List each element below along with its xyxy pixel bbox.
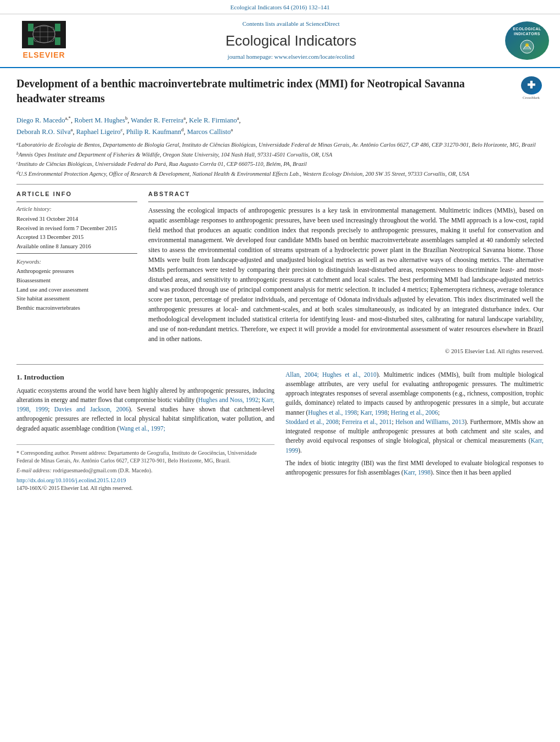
journal-citation: Ecological Indicators 64 (2016) 132–141 [231,4,330,10]
affil-a-text: Laboratório de Ecologia de Bentos, Depar… [19,141,536,149]
article-info-col: ARTICLE INFO Article history: Received 3… [16,190,137,356]
email-address[interactable]: rodriguesmaedo@gmail.com [53,467,116,473]
abstract-divider [148,202,544,202]
ref-stoddard: Stoddard et al., 2008 [285,419,338,425]
keywords-section: Keywords: Anthropogenic pressures Bioass… [16,258,137,313]
journal-top-bar: Ecological Indicators 64 (2016) 132–141 [0,0,560,14]
article-title: Development of a benthic macroinvertebra… [16,76,519,106]
elsevier-text: ELSEVIER [23,50,65,61]
issn-line: 1470-160X/© 2015 Elsevier Ltd. All right… [16,484,275,492]
online-date: Available online 8 January 2016 [16,243,137,251]
author-kaufmann: Philip R. Kaufmann [126,128,181,136]
email-label: E-mail address: [16,467,52,473]
intro-para2: Allan, 2004; Hughes et al., 2010). Multi… [285,370,544,478]
keyword-1: Anthropogenic pressures [16,267,137,276]
body-col-right: Allan, 2004; Hughes et al., 2010). Multi… [285,370,544,493]
ref-ferreira: Ferreira et al., 2011 [342,419,392,425]
author-silva: Deborah R.O. Silva [16,128,71,136]
journal-right-logo: ECOLOGICAL INDICATORS [505,21,549,60]
keyword-2: Bioassessment [16,277,137,285]
footnote-star: * Corresponding author. Present address:… [16,449,275,465]
keyword-5: Benthic macroinvertebrates [16,304,137,313]
crossmark-label: CrossMark [523,96,540,101]
abstract-heading: ABSTRACT [148,190,544,198]
ref-karr-fish: Karr, 1998 [404,469,430,476]
doi-link[interactable]: http://dx.doi.org/10.1016/j.ecolind.2015… [16,477,275,485]
affil-a: a Laboratório de Ecologia de Bentos, Dep… [16,141,544,149]
email-line: E-mail address: rodriguesmaedo@gmail.com… [16,467,275,475]
journal-homepage: journal homepage: www.elsevier.com/locat… [77,53,505,61]
article-info-divider [16,202,137,202]
body-content: 1. Introduction Aquatic ecosystems aroun… [16,364,544,493]
affil-d-text: U.S Environmental Protection Agency, Off… [19,170,469,178]
abstract-text: Assessing the ecological impacts of anth… [148,205,544,344]
svg-rect-3 [28,37,33,45]
svg-rect-4 [55,24,60,31]
intro-para1: Aquatic ecosystems around the world have… [16,386,275,433]
ref-karr-98: Karr, 1998 [360,409,387,416]
article-title-section: Development of a benthic macroinvertebra… [16,76,544,109]
affil-b: b Amnis Opes Institute and Department of… [16,150,544,159]
crossmark: ✚ CrossMark [519,76,544,101]
authors: Diego R. Macedoa,*, Robert M. Hughesb, W… [16,114,544,137]
keywords-heading: Keywords: [16,258,137,266]
affil-b-text: Amnis Opes Institute and Department of F… [19,150,333,159]
author-ferreira: Wander R. Ferreira [131,116,183,124]
ref-allan: Allan, 2004; Hughes et al., 2010 [285,371,377,378]
ref-helson: Helson and Williams, 2013 [395,419,464,425]
svg-point-7 [525,43,529,47]
ref-hering: Hering et al., 2006 [391,409,438,416]
article-info-heading: ARTICLE INFO [16,190,137,198]
sciencedirect-link-text[interactable]: ScienceDirect [306,20,340,27]
ref-wang: Wang et al., 1997; [119,425,165,432]
article-info-abstract: ARTICLE INFO Article history: Received 3… [16,190,544,356]
received-date: Received 31 October 2014 [16,215,137,224]
svg-rect-2 [28,24,33,31]
author-callisto: Marcos Callisto [187,128,231,136]
ref-karr-99: Karr, 1999 [285,437,544,453]
author-ligeiro: Raphael Ligeiro [76,128,121,136]
intro-title: 1. Introduction [16,372,275,383]
crossmark-icon: ✚ [521,76,542,94]
keyword-3: Land use and cover assessment [16,286,137,294]
journal-url[interactable]: www.elsevier.com/locate/ecolind [275,53,355,60]
author-hughes: Robert M. Hughes [74,116,125,124]
affil-d: d U.S Environmental Protection Agency, O… [16,170,544,178]
body-col-left: 1. Introduction Aquatic ecosystems aroun… [16,370,275,493]
affil-c: c Instituto de Ciências Biológicas, Univ… [16,160,544,169]
revised-date: Received in revised form 7 December 2015 [16,225,137,233]
ref-hughes-noss: Hughes and Noss, 1992 [198,397,258,403]
journal-title: Ecological Indicators [77,31,505,51]
ref-hughes-1998: Hughes et al., 1998 [308,409,357,416]
ref-davies: Davies and Jackson, 2006 [54,406,129,412]
author-firmiano: Kele R. Firmiano [189,116,237,124]
affil-c-text: Instituto de Ciências Biológicas, Univer… [18,160,306,169]
journal-center: Contents lists available at ScienceDirec… [77,20,505,61]
page: Ecological Indicators 64 (2016) 132–141 [0,0,560,500]
article-footer: * Corresponding author. Present address:… [16,444,275,493]
email-owner: (D.R. Macedo). [118,467,153,473]
history-label: Article history: [16,205,137,214]
abstract-col: ABSTRACT Assessing the ecological impact… [148,190,544,356]
keyword-4: Site habitat assessment [16,295,137,303]
divider-1 [16,184,544,185]
svg-rect-5 [55,37,60,45]
keywords-divider [16,253,137,254]
main-content: Development of a benthic macroinvertebra… [0,68,560,501]
elsevier-logo: ELSEVIER [11,21,77,61]
journal-header: ELSEVIER Contents lists available at Sci… [0,14,560,68]
body-two-col: 1. Introduction Aquatic ecosystems aroun… [16,370,544,493]
affiliations: a Laboratório de Ecologia de Bentos, Dep… [16,141,544,178]
sciencedirect-label: Contents lists available at ScienceDirec… [77,20,505,28]
author-macedo: Diego R. Macedo [16,116,65,124]
accepted-date: Accepted 13 December 2015 [16,233,137,242]
elsevier-logo-image [22,21,66,48]
copyright: © 2015 Elsevier Ltd. All rights reserved… [148,347,544,355]
